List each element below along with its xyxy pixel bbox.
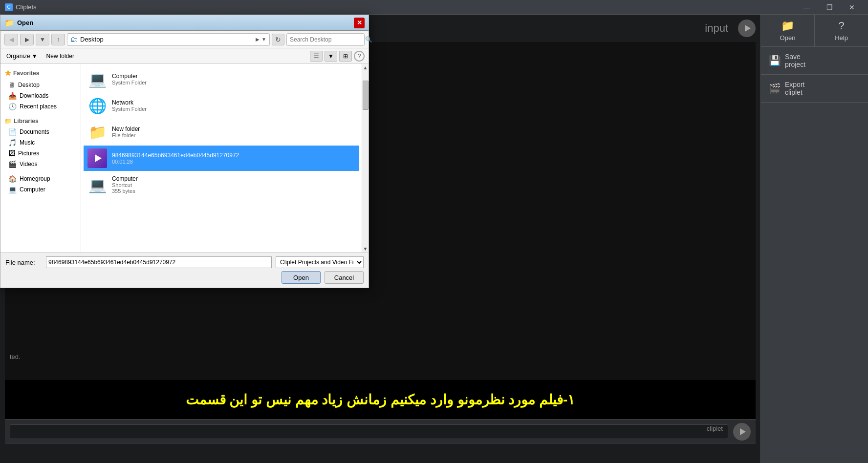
- app-title: Cliplets: [16, 3, 37, 11]
- address-bar[interactable]: 🗂 Desktop ▶ ▼: [67, 33, 270, 46]
- dialog-title-icon: 📁: [4, 18, 14, 27]
- view-dropdown-button[interactable]: ▼: [325, 51, 337, 62]
- nav-item-videos[interactable]: 🎬 Videos: [0, 159, 81, 169]
- input-play-button[interactable]: [738, 20, 756, 37]
- organize-label: Organize: [6, 53, 30, 60]
- dropdown-button[interactable]: ▼: [36, 34, 49, 45]
- filename-row: File name: Cliplet Projects and Video Fi…: [5, 256, 364, 268]
- filename-label: File name:: [5, 259, 42, 266]
- filename-input[interactable]: [46, 256, 272, 268]
- subtitle-area: ١-فیلم مورد نظرمونو وارد میکنیم زمانش زی…: [5, 380, 756, 419]
- computer-nav-icon: 💻: [8, 186, 17, 193]
- video-connected-text: ted.: [10, 353, 21, 360]
- homegroup-icon: 🏠: [8, 175, 17, 183]
- forward-button[interactable]: ▶: [20, 34, 34, 45]
- homegroup-label: Homegroup: [20, 175, 50, 182]
- nav-item-pictures[interactable]: 🖼 Pictures: [0, 148, 81, 159]
- scrollbar-thumb[interactable]: [363, 81, 369, 110]
- dialog-title-left: 📁 Open: [4, 18, 33, 27]
- nav-item-recent-places[interactable]: 🕓 Recent places: [0, 101, 81, 112]
- dialog-title-text: Open: [17, 19, 33, 26]
- file-desc: Shortcut355 bytes: [112, 182, 355, 194]
- dialog-toolbar: ◀ ▶ ▼ ↑ 🗂 Desktop ▶ ▼ ↻ 🔍: [0, 31, 369, 48]
- video-file-icon: [87, 148, 107, 168]
- list-item[interactable]: 98469893144e65b693461ed4eb0445d91270972 …: [84, 146, 359, 171]
- nav-item-computer[interactable]: 💻 Computer: [0, 184, 81, 195]
- organize-chevron-icon: ▼: [32, 53, 38, 60]
- video-play-icon: [87, 148, 107, 168]
- view-grid-button[interactable]: ⊞: [339, 51, 352, 62]
- file-panel-scrollbar[interactable]: ▲ ▼: [362, 64, 369, 252]
- desktop-icon: 🖥: [8, 81, 15, 89]
- pictures-icon: 🖼: [8, 149, 15, 157]
- maximize-button[interactable]: ❐: [818, 0, 841, 15]
- file-name: New folder: [112, 126, 355, 132]
- title-bar-controls: — ❐ ✕: [796, 0, 863, 15]
- open-button[interactable]: 📁 Open: [761, 15, 815, 46]
- list-item[interactable]: 📁 New folder File folder: [84, 119, 359, 145]
- dialog-bottom: File name: Cliplet Projects and Video Fi…: [0, 252, 369, 288]
- minimize-button[interactable]: —: [796, 0, 818, 15]
- help-icon: ?: [838, 20, 844, 32]
- export-label: Exportcliplet: [785, 81, 804, 96]
- address-chevron: ▶: [256, 37, 260, 42]
- music-label: Music: [20, 139, 35, 146]
- title-bar: C Cliplets — ❐ ✕: [0, 0, 868, 15]
- music-icon: 🎵: [8, 139, 17, 147]
- back-button[interactable]: ◀: [4, 34, 18, 45]
- documents-icon: 📄: [8, 128, 17, 136]
- open-button[interactable]: Open: [282, 271, 321, 284]
- recent-places-label: Recent places: [20, 103, 57, 110]
- file-panel-container: 💻 Computer System Folder 🌐 Network Syste…: [81, 64, 369, 252]
- file-desc: File folder: [112, 132, 355, 138]
- filetype-select[interactable]: Cliplet Projects and Video Files: [276, 256, 364, 268]
- search-input[interactable]: [290, 36, 363, 43]
- right-sidebar: 📁 Open ? Help 💾 Saveproject 🎬 Exportclip…: [760, 15, 868, 463]
- up-button[interactable]: ↑: [51, 34, 65, 45]
- libraries-label: Libraries: [14, 118, 39, 125]
- file-desc: 00:01:28: [112, 159, 355, 165]
- save-label: Saveproject: [785, 53, 805, 68]
- nav-panel: ★ Favorites 🖥 Desktop 📥 Downloads 🕓 Rece…: [0, 64, 81, 252]
- help-label: Help: [835, 34, 848, 42]
- view-list-button[interactable]: ☰: [310, 51, 323, 62]
- file-info: Computer Shortcut355 bytes: [112, 175, 355, 194]
- save-project-button[interactable]: 💾 Saveproject: [761, 47, 868, 75]
- address-dropdown-arrow[interactable]: ▼: [261, 37, 266, 42]
- list-item[interactable]: 🌐 Network System Folder: [84, 93, 359, 118]
- nav-item-downloads[interactable]: 📥 Downloads: [0, 90, 81, 101]
- cliplet-play-button[interactable]: [733, 423, 751, 441]
- search-box: 🔍: [286, 33, 365, 46]
- export-cliplet-button[interactable]: 🎬 Exportcliplet: [761, 75, 868, 103]
- file-info: Network System Folder: [112, 99, 355, 112]
- file-info: New folder File folder: [112, 126, 355, 138]
- desktop-label: Desktop: [18, 82, 40, 88]
- subtitle-text: ١-فیلم مورد نظرمونو وارد میکنیم زمانش زی…: [186, 392, 575, 408]
- dialog-help-button[interactable]: ?: [354, 51, 365, 62]
- nav-item-homegroup[interactable]: 🏠 Homegroup: [0, 173, 81, 184]
- libraries-folder-icon: 📁: [4, 118, 12, 125]
- save-icon: 💾: [769, 55, 781, 66]
- videos-label: Videos: [20, 161, 37, 168]
- new-folder-button[interactable]: New folder: [44, 52, 76, 61]
- refresh-button[interactable]: ↻: [272, 34, 284, 45]
- nav-item-music[interactable]: 🎵 Music: [0, 137, 81, 148]
- favorites-label: Favorites: [13, 70, 39, 77]
- nav-item-desktop[interactable]: 🖥 Desktop: [0, 80, 81, 90]
- open-label: Open: [780, 34, 796, 42]
- downloads-label: Downloads: [20, 92, 48, 99]
- cancel-button[interactable]: Cancel: [325, 271, 364, 284]
- network-file-icon: 🌐: [87, 96, 107, 115]
- file-info: Computer System Folder: [112, 73, 355, 85]
- favorites-header: ★ Favorites: [0, 66, 81, 80]
- dialog-close-button[interactable]: ✕: [354, 18, 365, 28]
- open-icon: 📁: [781, 20, 794, 32]
- organize-button[interactable]: Organize ▼: [4, 52, 40, 61]
- close-button[interactable]: ✕: [841, 0, 863, 15]
- list-item[interactable]: 💻 Computer Shortcut355 bytes: [84, 172, 359, 197]
- help-button[interactable]: ? Help: [815, 15, 868, 46]
- cliplet-input[interactable]: cliplet: [10, 424, 728, 439]
- list-item[interactable]: 💻 Computer System Folder: [84, 66, 359, 92]
- input-label: input: [370, 22, 734, 35]
- nav-item-documents[interactable]: 📄 Documents: [0, 126, 81, 137]
